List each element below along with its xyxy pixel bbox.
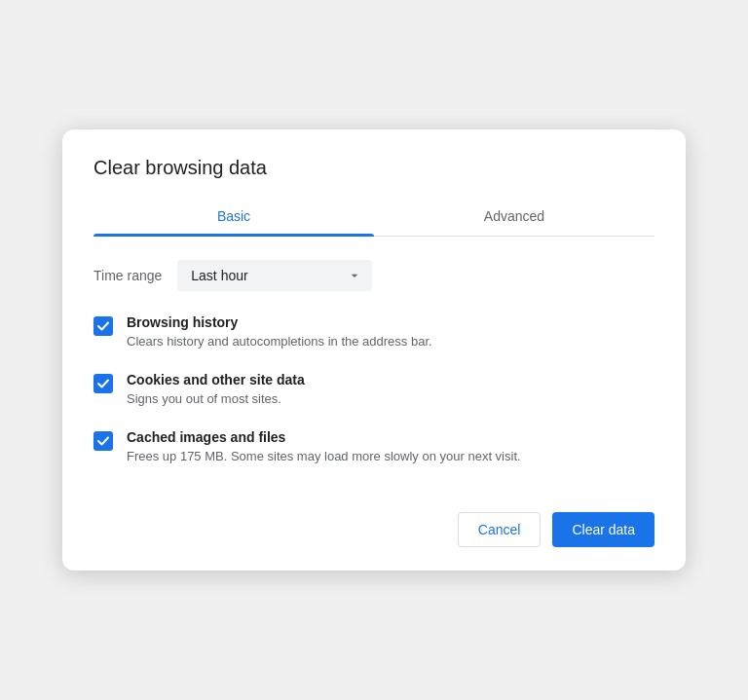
time-range-row: Time range Last hour Last 24 hours Last … (94, 260, 654, 291)
time-range-label: Time range (94, 268, 162, 283)
clear-browsing-data-dialog: Clear browsing data Basic Advanced Time … (62, 129, 686, 571)
dialog-title: Clear browsing data (94, 157, 654, 179)
checkbox-browsing-history[interactable] (94, 316, 113, 336)
cancel-button[interactable]: Cancel (458, 512, 542, 547)
checkbox-cookies[interactable] (94, 374, 113, 393)
dialog-footer: Cancel Clear data (94, 497, 654, 547)
checkbox-cached[interactable] (94, 431, 113, 451)
tab-basic[interactable]: Basic (94, 199, 374, 236)
tab-bar: Basic Advanced (94, 199, 654, 237)
browsing-history-title: Browsing history (127, 314, 432, 330)
tab-advanced[interactable]: Advanced (374, 199, 654, 236)
time-range-select[interactable]: Last hour Last 24 hours Last 7 days Last… (177, 260, 372, 291)
cookies-desc: Signs you out of most sites. (127, 390, 305, 408)
checkbox-item-browsing-history: Browsing history Clears history and auto… (94, 314, 654, 350)
cached-desc: Frees up 175 MB. Some sites may load mor… (127, 448, 521, 465)
checkbox-item-cached: Cached images and files Frees up 175 MB.… (94, 429, 654, 465)
clear-data-button[interactable]: Clear data (552, 512, 654, 547)
cached-title: Cached images and files (127, 429, 521, 445)
cookies-title: Cookies and other site data (127, 372, 305, 387)
checkbox-item-cookies: Cookies and other site data Signs you ou… (94, 372, 654, 408)
browsing-history-desc: Clears history and autocompletions in th… (127, 333, 432, 350)
